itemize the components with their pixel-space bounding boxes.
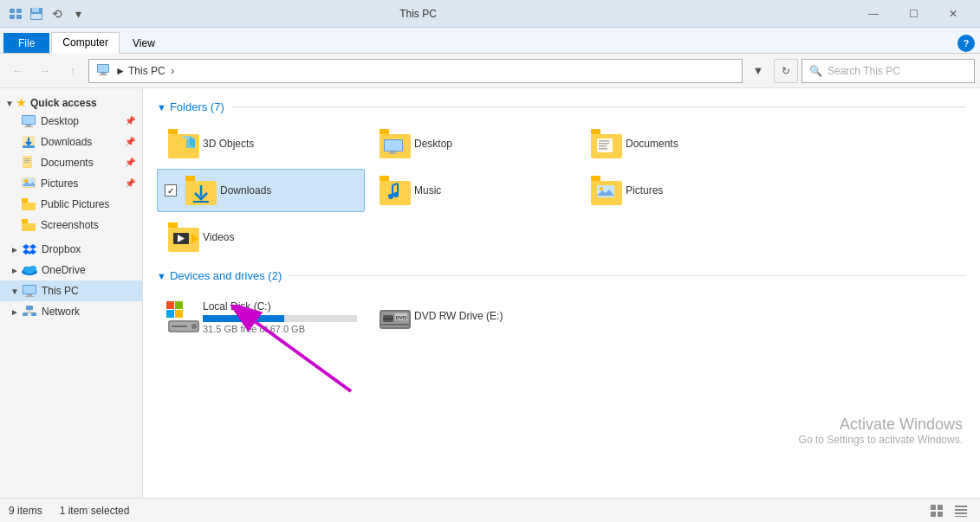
desktop-icon [21,113,36,129]
search-icon: 🔍 [809,65,822,77]
svg-rect-94 [955,516,967,517]
folders-section-header[interactable]: ▼ Folders (7) [157,100,966,113]
quick-access-star-icon: ★ [16,97,26,109]
svg-rect-91 [955,506,967,507]
up-button[interactable]: ↑ [61,59,85,83]
public-pictures-label: Public Pictures [41,198,135,210]
public-pictures-icon [21,197,36,212]
pin-icon-downloads: 📌 [125,137,135,147]
svg-rect-71 [175,301,183,309]
svg-rect-37 [23,313,28,316]
folder-item-music[interactable]: Music [368,169,576,212]
forward-button: → [33,59,57,83]
devices-section-header[interactable]: ▼ Devices and drives (2) [157,269,966,282]
svg-rect-13 [26,125,31,126]
svg-rect-18 [23,156,32,167]
sidebar-section-quick-access[interactable]: ▼ ★ Quick access [0,92,142,111]
devices-section-label: Devices and drives (2) [170,269,282,282]
view-list-button[interactable] [951,500,971,521]
network-icon [22,304,37,319]
network-label: Network [42,306,135,318]
svg-point-76 [191,324,197,329]
downloads-folder-icon [182,171,220,209]
tab-view[interactable]: View [121,33,166,53]
folder-item-videos[interactable]: Videos [157,216,365,259]
refresh-button[interactable]: ↻ [774,59,798,83]
sidebar-item-desktop[interactable]: Desktop 📌 [0,111,142,132]
local-disk-bar-bg [203,315,357,322]
folder-item-desktop[interactable]: Desktop [368,122,576,165]
path-dropdown-button[interactable]: ▼ [746,59,770,83]
sidebar-item-documents[interactable]: Documents 📌 [0,152,142,173]
sidebar-item-public-pictures[interactable]: Public Pictures [0,194,142,215]
folder-item-downloads[interactable]: ✓ Downloads [157,169,365,212]
downloads-checkbox[interactable]: ✓ [165,184,177,197]
folder-grid: 3D Objects [157,122,966,259]
sidebar-item-network[interactable]: ► Network [0,301,142,322]
sidebar-item-pictures[interactable]: Pictures 📌 [0,173,142,194]
tab-computer[interactable]: Computer [51,32,120,54]
tab-file[interactable]: File [3,33,49,53]
pin-icon-pictures: 📌 [125,178,135,189]
maximize-button[interactable]: ☐ [893,0,933,28]
folders-section-line [231,106,966,107]
dropbox-icon [22,242,37,257]
pictures-sidebar-icon [21,176,36,191]
documents-folder-label: Documents [626,138,678,150]
path-text: ► This PC › [115,65,174,77]
sidebar-item-downloads[interactable]: Downloads 📌 [0,132,142,152]
svg-rect-20 [24,160,30,161]
svg-rect-55 [599,145,607,147]
title-bar: ⟲ ▾ This PC — ☐ ✕ [0,0,980,28]
svg-rect-70 [166,301,174,309]
onedrive-chevron: ► [10,266,19,275]
drive-dvd-info: DVD RW Drive (E:) [414,310,568,325]
address-path[interactable]: ► This PC › [88,59,743,83]
view-large-icons-button[interactable] [926,500,947,521]
minimize-button[interactable]: — [853,0,893,28]
svg-rect-89 [931,512,936,517]
svg-rect-81 [383,319,393,319]
3d-objects-label: 3D Objects [203,138,254,150]
sidebar-item-screenshots[interactable]: Screenshots [0,215,142,235]
drive-local-disk-info: Local Disk (C:) 31.5 GB free of 67.0 GB [203,300,357,334]
dvd-drive-icon: DVD [376,298,414,336]
desktop-folder-icon [376,125,414,163]
svg-rect-19 [24,158,30,159]
svg-rect-36 [26,306,33,310]
sidebar-item-onedrive[interactable]: ► OneDrive [0,260,142,280]
svg-rect-93 [955,512,967,514]
ribbon-tabs: File Computer View ? [0,28,980,54]
search-box[interactable]: 🔍 Search This PC [802,59,975,83]
close-button[interactable]: ✕ [933,0,973,28]
downloads-folder-label: Downloads [220,184,271,197]
address-bar: ← → ↑ ► This PC › ▼ ↻ 🔍 Search This PC [0,54,980,88]
svg-rect-12 [23,116,35,124]
svg-rect-16 [23,145,35,148]
svg-rect-21 [24,162,29,163]
sidebar: ▼ ★ Quick access Desktop 📌 [0,88,143,498]
svg-rect-38 [31,313,36,316]
folder-item-documents[interactable]: Documents [580,122,788,165]
screenshots-label: Screenshots [41,219,135,231]
onedrive-label: OneDrive [42,264,135,276]
window-title: This PC [0,8,853,20]
status-bar: 9 items 1 item selected [0,498,980,522]
svg-rect-90 [938,512,943,517]
path-pc-icon [96,62,110,79]
help-button[interactable]: ? [957,35,975,52]
folder-item-3d-objects[interactable]: 3D Objects [157,122,365,165]
sidebar-item-this-pc[interactable]: ▼ This PC [0,280,142,301]
quick-access-label: Quick access [30,97,97,109]
dvd-drive-name: DVD RW Drive (E:) [414,310,568,322]
svg-rect-10 [98,65,108,72]
drive-item-local-disk[interactable]: Local Disk (C:) 31.5 GB free of 67.0 GB [157,291,365,343]
svg-point-61 [393,192,399,197]
folder-item-pictures[interactable]: Pictures [580,169,788,212]
svg-rect-77 [172,325,187,327]
svg-rect-27 [22,223,36,231]
drive-item-dvd[interactable]: DVD DVD RW Drive (E:) [368,291,576,343]
pictures-folder-icon [587,171,626,209]
svg-rect-56 [599,148,607,150]
sidebar-item-dropbox[interactable]: ► Dropbox [0,239,142,260]
